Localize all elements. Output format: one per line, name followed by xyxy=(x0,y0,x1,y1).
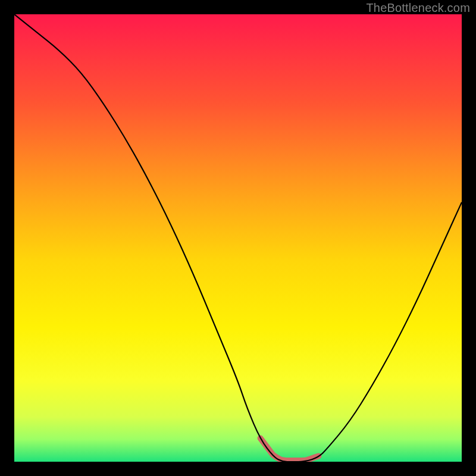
curve-layer xyxy=(14,14,462,462)
watermark-text: TheBottleneck.com xyxy=(366,1,470,15)
trough-highlight xyxy=(261,438,319,461)
plot-area xyxy=(14,14,462,462)
bottleneck-curve-line xyxy=(14,14,462,462)
chart-stage: TheBottleneck.com xyxy=(0,0,476,476)
